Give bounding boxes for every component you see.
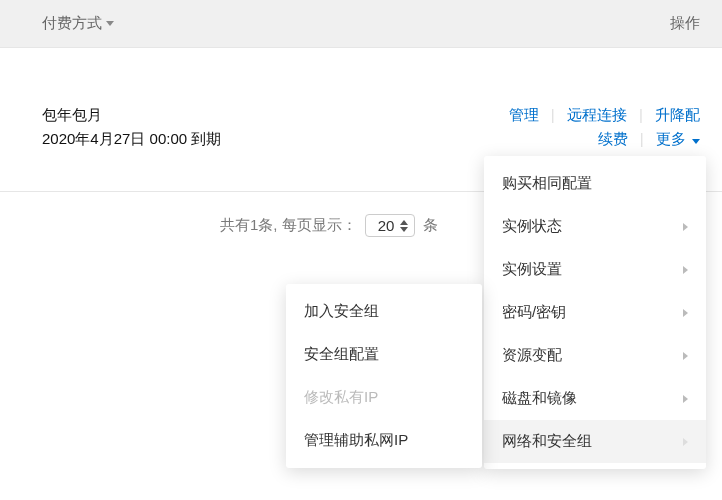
submenu-modify-private-ip: 修改私有IP	[286, 376, 482, 419]
table-header: 付费方式 操作	[0, 0, 722, 48]
billing-info: 包年包月 2020年4月27日 00:00 到期	[42, 103, 221, 151]
more-label: 更多	[656, 130, 686, 147]
menu-label: 修改私有IP	[304, 388, 378, 407]
menu-label: 购买相同配置	[502, 174, 592, 193]
separator: |	[551, 106, 555, 123]
manage-link[interactable]: 管理	[509, 106, 539, 123]
chevron-right-icon	[683, 352, 688, 360]
separator: |	[640, 130, 644, 147]
menu-label: 实例设置	[502, 260, 562, 279]
separator: |	[639, 106, 643, 123]
billing-type: 包年包月	[42, 103, 221, 127]
menu-password-key[interactable]: 密码/密钥	[484, 291, 706, 334]
menu-label: 实例状态	[502, 217, 562, 236]
chevron-right-icon	[683, 223, 688, 231]
caret-down-icon	[692, 139, 700, 144]
chevron-right-icon	[683, 309, 688, 317]
network-security-submenu: 加入安全组 安全组配置 修改私有IP 管理辅助私网IP	[286, 284, 482, 468]
menu-label: 密码/密钥	[502, 303, 566, 322]
payment-method-header[interactable]: 付费方式	[42, 14, 114, 33]
menu-buy-same-config[interactable]: 购买相同配置	[484, 162, 706, 205]
menu-label: 网络和安全组	[502, 432, 592, 451]
submenu-security-group-config[interactable]: 安全组配置	[286, 333, 482, 376]
menu-label: 资源变配	[502, 346, 562, 365]
menu-label: 管理辅助私网IP	[304, 431, 408, 450]
stepper-arrows-icon	[400, 220, 408, 232]
renew-link[interactable]: 续费	[598, 130, 628, 147]
submenu-manage-private-ip[interactable]: 管理辅助私网IP	[286, 419, 482, 462]
row-actions: 管理 | 远程连接 | 升降配 续费 | 更多	[509, 103, 701, 151]
page-size-value: 20	[378, 217, 395, 234]
menu-instance-status[interactable]: 实例状态	[484, 205, 706, 248]
more-link[interactable]: 更多	[656, 130, 700, 147]
submenu-join-security-group[interactable]: 加入安全组	[286, 290, 482, 333]
chevron-right-icon	[683, 438, 688, 446]
chevron-right-icon	[683, 266, 688, 274]
caret-down-icon	[106, 21, 114, 26]
upgrade-link[interactable]: 升降配	[655, 106, 700, 123]
expiry-date: 2020年4月27日 00:00 到期	[42, 127, 221, 151]
menu-resource-change[interactable]: 资源变配	[484, 334, 706, 377]
menu-network-security[interactable]: 网络和安全组	[484, 420, 706, 463]
payment-method-label: 付费方式	[42, 14, 102, 33]
menu-label: 磁盘和镜像	[502, 389, 577, 408]
pagination-unit: 条	[423, 216, 438, 235]
menu-label: 加入安全组	[304, 302, 379, 321]
menu-instance-settings[interactable]: 实例设置	[484, 248, 706, 291]
page-size-stepper[interactable]: 20	[365, 214, 416, 237]
menu-label: 安全组配置	[304, 345, 379, 364]
actions-column-header: 操作	[670, 14, 700, 33]
more-menu: 购买相同配置 实例状态 实例设置 密码/密钥 资源变配 磁盘和镜像 网络和安全组	[484, 156, 706, 469]
remote-connect-link[interactable]: 远程连接	[567, 106, 627, 123]
menu-disk-image[interactable]: 磁盘和镜像	[484, 377, 706, 420]
chevron-right-icon	[683, 395, 688, 403]
pagination-total: 共有1条, 每页显示：	[220, 216, 357, 235]
